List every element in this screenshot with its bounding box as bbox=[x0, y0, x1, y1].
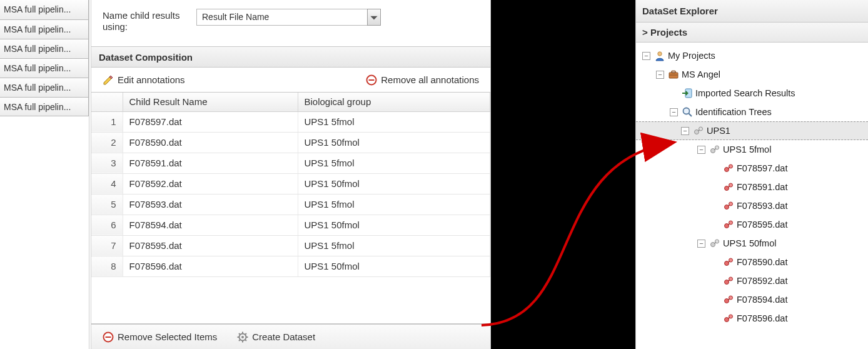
svg-line-11 bbox=[245, 333, 246, 335]
left-tab[interactable]: MSA full pipelin... bbox=[0, 19, 89, 39]
tree-node[interactable]: F078590.dat bbox=[638, 253, 865, 271]
cell-child-result-name: F078592.dat bbox=[123, 173, 298, 194]
left-tab[interactable]: MSA full pipelin... bbox=[0, 0, 89, 19]
svg-rect-16 bbox=[672, 71, 675, 73]
table-row[interactable]: 1F078597.datUPS1 5fmol bbox=[91, 111, 490, 132]
table-row[interactable]: 2F078590.datUPS1 50fmol bbox=[91, 132, 490, 153]
tree-node[interactable]: F078591.dat bbox=[638, 178, 865, 196]
tree-node-icon bbox=[723, 294, 734, 305]
tree-node[interactable]: Imported Search Results bbox=[638, 84, 865, 103]
tree-node-icon bbox=[723, 181, 734, 193]
tree-node[interactable]: F078596.dat bbox=[638, 309, 865, 328]
svg-line-23 bbox=[698, 130, 700, 131]
tree-node-icon bbox=[654, 50, 665, 61]
table-row[interactable]: 5F078593.datUPS1 5fmol bbox=[91, 194, 490, 215]
remove-selected-items-label: Remove Selected Items bbox=[118, 331, 217, 342]
edit-annotations-label: Edit annotations bbox=[118, 74, 185, 85]
gear-icon bbox=[237, 331, 248, 343]
remove-icon bbox=[103, 331, 114, 343]
cell-child-result-name: F078595.dat bbox=[123, 235, 298, 256]
svg-line-12 bbox=[239, 340, 240, 341]
select-dropdown-button[interactable] bbox=[367, 9, 381, 26]
row-number: 1 bbox=[91, 111, 123, 132]
svg-line-44 bbox=[728, 261, 730, 263]
tree-node-label: UPS1 bbox=[707, 126, 730, 136]
table-row[interactable]: 8F078596.datUPS1 50fmol bbox=[91, 256, 490, 276]
remove-all-annotations-label: Remove all annotations bbox=[381, 74, 479, 85]
tree-expander[interactable]: − bbox=[642, 52, 650, 60]
svg-line-47 bbox=[728, 280, 730, 281]
table-row[interactable]: 6F078594.datUPS1 50fmol bbox=[91, 215, 490, 235]
svg-line-38 bbox=[728, 224, 730, 225]
cell-biological-group: UPS1 5fmol bbox=[298, 194, 490, 215]
tree-node[interactable]: −My Projects bbox=[638, 46, 865, 65]
edit-annotations-button[interactable]: Edit annotations bbox=[100, 73, 188, 88]
cell-child-result-name: F078594.dat bbox=[123, 215, 298, 235]
svg-rect-17 bbox=[669, 75, 678, 76]
tree-node[interactable]: −UPS1 5fmol bbox=[638, 140, 865, 159]
select-value: Result File Name bbox=[196, 9, 381, 26]
table-row[interactable]: 7F078595.datUPS1 5fmol bbox=[91, 235, 490, 256]
left-tab[interactable]: MSA full pipelin... bbox=[0, 78, 89, 97]
tree-node[interactable]: F078592.dat bbox=[638, 271, 865, 290]
chevron-down-icon bbox=[368, 12, 380, 23]
col-biological-group[interactable]: Biological group bbox=[298, 93, 490, 111]
tree-node-label: UPS1 50fmol bbox=[723, 238, 776, 248]
svg-rect-1 bbox=[369, 79, 375, 81]
create-dataset-button[interactable]: Create Dataset bbox=[235, 330, 318, 345]
cell-child-result-name: F078590.dat bbox=[123, 132, 298, 153]
col-child-result-name[interactable]: Child Result Name bbox=[123, 93, 298, 111]
svg-line-53 bbox=[728, 318, 730, 319]
tree-node-label: F078590.dat bbox=[737, 257, 787, 267]
tree-node-label: F078594.dat bbox=[737, 295, 787, 305]
dataset-explorer-panel: DataSet Explorer > Projects −My Projects… bbox=[635, 0, 868, 349]
name-child-results-select[interactable]: Result File Name bbox=[196, 9, 381, 26]
tree-node[interactable]: −MS Angel bbox=[638, 65, 865, 84]
left-tab-strip: MSA full pipelin...MSA full pipelin...MS… bbox=[0, 0, 89, 349]
tree-node[interactable]: F078597.dat bbox=[638, 159, 865, 178]
tree-expander[interactable]: − bbox=[670, 108, 678, 116]
tree-expander[interactable]: − bbox=[697, 240, 705, 248]
tree-node[interactable]: F078593.dat bbox=[638, 196, 865, 215]
left-tab[interactable]: MSA full pipelin... bbox=[0, 58, 89, 78]
tree-node[interactable]: −Identification Trees bbox=[638, 103, 865, 121]
tree-expander[interactable]: − bbox=[656, 71, 664, 79]
tree-node[interactable]: F078594.dat bbox=[638, 290, 865, 309]
svg-line-10 bbox=[245, 340, 246, 341]
tree-node-icon bbox=[682, 88, 693, 99]
cell-child-result-name: F078597.dat bbox=[123, 111, 298, 132]
tree-node-icon bbox=[723, 275, 734, 286]
svg-line-41 bbox=[714, 243, 716, 244]
row-number: 3 bbox=[91, 153, 123, 173]
remove-selected-items-button[interactable]: Remove Selected Items bbox=[100, 330, 220, 345]
cell-biological-group: UPS1 5fmol bbox=[298, 111, 490, 132]
svg-line-35 bbox=[728, 205, 730, 206]
left-tab[interactable]: MSA full pipelin... bbox=[0, 39, 89, 58]
tree-expander[interactable]: − bbox=[681, 127, 689, 135]
tree-node-label: F078592.dat bbox=[737, 276, 787, 286]
tree-node[interactable]: F078595.dat bbox=[638, 215, 865, 234]
tree-node-icon bbox=[693, 125, 704, 136]
table-row[interactable]: 4F078592.datUPS1 50fmol bbox=[91, 173, 490, 194]
col-rownum[interactable] bbox=[91, 93, 123, 111]
tree-node-label: Imported Search Results bbox=[695, 88, 795, 98]
projects-breadcrumb[interactable]: > Projects bbox=[636, 23, 868, 43]
tree-expander[interactable]: − bbox=[697, 146, 705, 154]
window-gap bbox=[491, 0, 635, 349]
row-number: 2 bbox=[91, 132, 123, 153]
tree-node-icon bbox=[723, 163, 734, 174]
table-row[interactable]: 3F078591.datUPS1 5fmol bbox=[91, 153, 490, 173]
tree-node-icon bbox=[668, 69, 679, 80]
left-tab[interactable]: MSA full pipelin... bbox=[0, 97, 89, 116]
cell-biological-group: UPS1 50fmol bbox=[298, 132, 490, 153]
tree-node-icon bbox=[723, 200, 734, 211]
composition-grid: Child Result Name Biological group 1F078… bbox=[91, 93, 490, 324]
dataset-explorer-title: DataSet Explorer bbox=[636, 0, 868, 23]
tree-node[interactable]: −UPS1 50fmol bbox=[638, 234, 865, 253]
remove-all-annotations-button[interactable]: Remove all annotations bbox=[363, 73, 482, 88]
cell-child-result-name: F078596.dat bbox=[123, 256, 298, 276]
svg-line-32 bbox=[728, 186, 730, 188]
tree-node[interactable]: −UPS1 bbox=[636, 121, 868, 140]
cell-biological-group: UPS1 5fmol bbox=[298, 153, 490, 173]
tree-node-label: My Projects bbox=[668, 51, 715, 61]
